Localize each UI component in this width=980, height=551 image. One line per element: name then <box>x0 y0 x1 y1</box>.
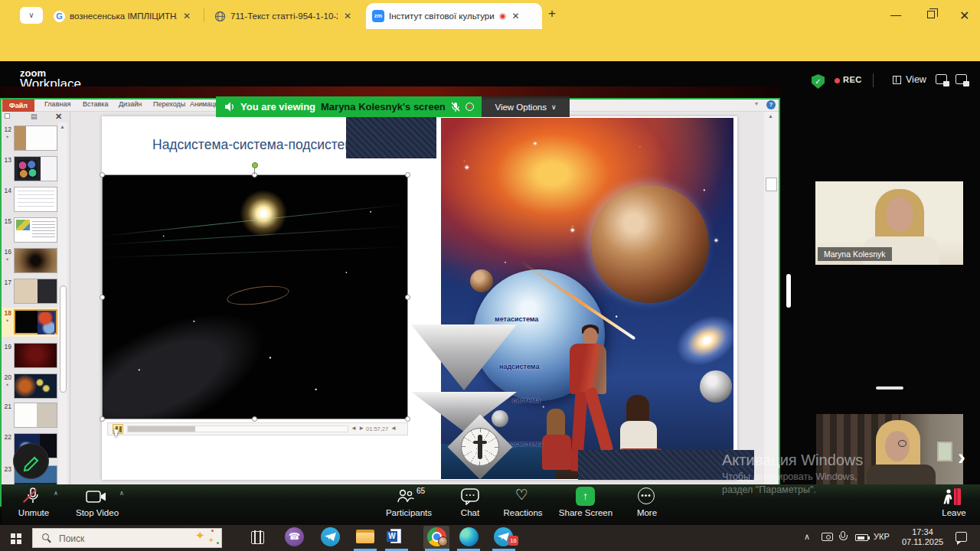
transition-icon: ✦ <box>5 382 9 387</box>
action-center-icon[interactable] <box>956 532 967 542</box>
hidden-icons-chevron[interactable]: ∧ <box>804 532 810 542</box>
task-view-button[interactable] <box>251 531 264 544</box>
ppt-tab-file[interactable]: Файл <box>2 99 34 112</box>
ppt-tab-insert[interactable]: Вставка <box>83 100 108 108</box>
thumbnail-scroll-thumb[interactable] <box>60 285 67 393</box>
ppt-scroll-thumb[interactable] <box>766 178 777 191</box>
slide-thumbnail-17[interactable]: 17 <box>2 277 60 306</box>
rotation-handle[interactable] <box>252 162 258 168</box>
mic-options-chevron-icon[interactable]: ∧ <box>54 490 58 497</box>
annotate-pencil-button[interactable] <box>13 443 49 479</box>
outline-view-icon[interactable]: ▤ <box>31 112 38 120</box>
reactions-button[interactable]: Reactions <box>503 508 542 517</box>
more-button[interactable]: More <box>637 508 657 517</box>
ppt-tab-design[interactable]: Дизайн <box>119 100 142 108</box>
window-restore-button[interactable] <box>927 11 935 18</box>
view-button[interactable]: View <box>906 74 926 85</box>
tab-close-icon[interactable]: ✕ <box>183 11 191 21</box>
slide-video-player[interactable] <box>102 174 408 419</box>
resize-handle[interactable] <box>252 416 257 422</box>
view-options-button[interactable]: View Options ∨ <box>482 96 570 117</box>
reactions-heart-icon[interactable]: ♡ <box>515 486 528 504</box>
slide-thumbnail-12[interactable]: 12✦ <box>2 124 60 153</box>
leave-icon[interactable] <box>943 487 963 506</box>
ppt-help-icon[interactable]: ? <box>766 100 776 109</box>
share-screen-button[interactable]: Share Screen <box>559 508 612 517</box>
panel-drag-handle[interactable] <box>876 386 903 390</box>
swap-windows-icon[interactable] <box>936 74 947 84</box>
ribbon-collapse-icon[interactable]: ▾ <box>755 100 758 107</box>
self-video-tile[interactable] <box>816 414 963 487</box>
tab-close-icon[interactable]: ✕ <box>512 11 520 21</box>
telegram-icon[interactable] <box>321 527 340 546</box>
open-app-indicator <box>354 549 377 551</box>
tray-display-icon[interactable] <box>822 533 833 541</box>
video-options-chevron-icon[interactable]: ∧ <box>119 490 124 497</box>
window-minimize-button[interactable]: — <box>890 8 901 21</box>
tab-close-icon[interactable]: ✕ <box>344 11 351 21</box>
banner-record-icon <box>466 103 474 111</box>
taskbar-search[interactable]: Поиск <box>32 528 222 548</box>
new-tab-button[interactable]: + <box>548 6 556 21</box>
slide-thumbnail-13[interactable]: 13 <box>2 155 60 184</box>
edge-icon[interactable] <box>459 527 479 546</box>
video-timestamp: 01:57,27 <box>366 425 388 432</box>
leave-button[interactable]: Leave <box>942 508 965 517</box>
ppt-tab-home[interactable]: Главная <box>44 100 70 108</box>
tab-search-button[interactable]: ∨ <box>20 7 43 24</box>
browser-tab-2[interactable]: 711-Текст статті-954-1-10-202 ✕ <box>208 5 361 28</box>
resize-handle[interactable] <box>405 295 410 300</box>
panel-close-icon[interactable]: ✕ <box>55 112 62 122</box>
participants-count: 65 <box>416 487 425 495</box>
rotation-handle-stem <box>254 168 255 174</box>
popout-window-icon[interactable] <box>956 74 967 84</box>
tray-microphone-icon[interactable] <box>841 531 845 538</box>
slide-thumbnail-18-selected[interactable]: 18✦ <box>2 308 60 337</box>
slide-thumbnail-14[interactable]: 14 <box>2 185 60 214</box>
slide-thumbnail-20[interactable]: 20✦ <box>2 372 60 401</box>
resize-handle[interactable] <box>100 172 105 178</box>
unmute-button[interactable]: Unmute <box>18 508 49 517</box>
chat-icon[interactable] <box>461 488 479 505</box>
recording-label: REC <box>843 75 862 84</box>
slide-thumbnail-21[interactable]: 21 <box>2 401 60 430</box>
camera-icon[interactable] <box>86 491 107 503</box>
volume-icon[interactable]: ◄ <box>390 425 397 432</box>
participants-button[interactable]: Participants <box>386 508 432 517</box>
star-sparkle: ✦ <box>464 164 470 171</box>
resize-handle[interactable] <box>405 416 410 422</box>
search-highlights-icon[interactable]: ✦ <box>195 529 205 543</box>
start-button[interactable] <box>11 533 15 538</box>
tray-battery-icon[interactable] <box>855 534 868 541</box>
viber-icon[interactable]: ☎ <box>285 527 304 546</box>
scroll-up-icon[interactable]: ▲ <box>60 124 65 129</box>
tray-language[interactable]: УКР <box>874 532 890 541</box>
sidebar-scrollbar-thumb[interactable] <box>786 274 791 308</box>
ppt-scrollbar[interactable] <box>764 112 779 484</box>
slide-thumbnail-16[interactable]: 16✦ <box>2 246 60 276</box>
resize-handle[interactable] <box>405 172 410 178</box>
stop-video-button[interactable]: Stop Video <box>76 508 119 517</box>
ppt-tab-transitions[interactable]: Переходы <box>153 100 185 108</box>
slide-thumbnail-15[interactable]: 15 <box>2 216 60 245</box>
browser-tab-active[interactable]: zm Інститут світової культури ✕ <box>366 3 542 29</box>
tab-divider <box>204 8 204 22</box>
chat-button[interactable]: Chat <box>461 508 479 517</box>
search-placeholder: Поиск <box>59 533 84 544</box>
seek-icons[interactable]: ◄ ► <box>351 425 364 432</box>
resize-handle[interactable] <box>100 295 105 300</box>
view-grid-icon[interactable] <box>893 76 901 84</box>
participant-video-tile[interactable]: Maryna Kolesnyk <box>815 181 963 265</box>
share-screen-icon[interactable]: ↑ <box>576 487 595 506</box>
tray-clock[interactable]: 17:34 07.11.2025 <box>898 527 947 547</box>
banner-presenter-name: Maryna Kolesnyk's screen <box>321 101 446 112</box>
collapse-panel-chevron-icon[interactable]: › <box>958 444 965 470</box>
label-metasystem: метасистема <box>495 315 538 323</box>
scroll-up-icon[interactable]: ▲ <box>768 113 773 119</box>
slide-thumbnail-19[interactable]: 19 <box>2 341 60 370</box>
participants-icon[interactable] <box>397 488 415 504</box>
more-icon[interactable]: ••• <box>638 487 655 504</box>
window-close-button[interactable]: ✕ <box>959 8 969 23</box>
browser-tab-1[interactable]: G вознесенська ІМПЛІЦИТНА ТІ ✕ <box>47 5 201 28</box>
resize-handle[interactable] <box>100 416 105 422</box>
